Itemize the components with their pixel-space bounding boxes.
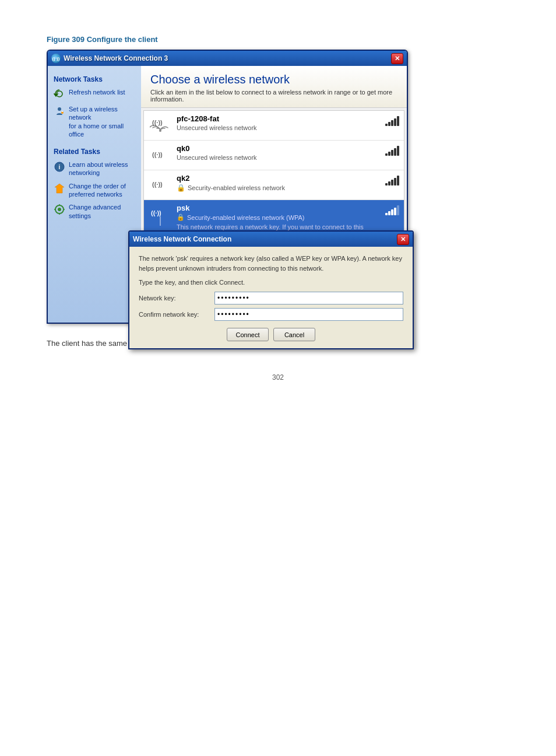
lock-icon-qk2: 🔒	[177, 184, 185, 192]
wireless-icon-pfc: ((·))	[149, 114, 172, 136]
network-name-qk2: qk2	[177, 174, 381, 183]
refresh-icon	[54, 89, 65, 100]
main-titlebar: ((·)) Wireless Network Connection 3 ✕	[48, 51, 407, 66]
inner-dialog-container: Wireless Network Connection ✕ The networ…	[128, 230, 414, 349]
inner-buttons: Connect Cancel	[139, 328, 403, 341]
svg-text:i: i	[59, 164, 61, 170]
order-icon	[54, 183, 65, 194]
inner-titlebar: Wireless Network Connection ✕	[129, 232, 413, 247]
network-security-pfc: Unsecured wireless network	[177, 124, 381, 131]
inner-close-button[interactable]: ✕	[397, 234, 409, 245]
window-icon: ((·))	[51, 54, 61, 63]
wireless-icon-qk2: ((·))	[149, 174, 172, 196]
network-key-input[interactable]	[214, 292, 403, 304]
figure-caption: Figure 309 Configure the client	[47, 35, 509, 44]
network-name-qk0: qk0	[177, 144, 381, 153]
network-name-pfc: pfc-1208-fat	[177, 114, 381, 123]
window-title: Wireless Network Connection 3	[64, 54, 168, 62]
lock-icon-psk: 🔒	[177, 214, 185, 221]
titlebar-buttons: ✕	[391, 53, 403, 64]
sidebar-item-refresh[interactable]: Refresh network list	[48, 86, 141, 103]
sidebar-item-learn[interactable]: i Learn about wirelessnetworking	[48, 158, 141, 180]
sidebar-item-setup[interactable]: Set up a wireless networkfor a home or s…	[48, 103, 141, 141]
sidebar-item-advanced[interactable]: Change advancedsettings	[48, 201, 141, 222]
signal-qk0	[385, 144, 399, 156]
info-icon: i	[54, 161, 65, 173]
svg-text:((·)): ((·))	[152, 151, 163, 158]
inner-dialog-body: The network 'psk' requires a network key…	[129, 247, 413, 348]
network-key-label: Network key:	[139, 295, 214, 302]
svg-marker-5	[55, 184, 64, 193]
network-item-qk2[interactable]: ((·)) qk2 🔒 Security-enabled wireless ne…	[144, 170, 404, 200]
network-security-psk: 🔒 Security-enabled wireless network (WPA…	[177, 214, 381, 221]
confirm-key-input[interactable]	[214, 308, 403, 321]
network-item-qk0[interactable]: ((·)) qk0 Unsecured wireless network	[144, 141, 404, 170]
network-tasks-title: Network Tasks	[48, 72, 141, 86]
learn-label: Learn about wirelessnetworking	[69, 160, 128, 177]
wireless-icon-qk0: ((·))	[149, 144, 172, 166]
setup-icon	[54, 106, 65, 117]
confirm-key-row: Confirm network key:	[139, 308, 403, 321]
related-tasks-title: Related Tasks	[48, 144, 141, 158]
inner-message: The network 'psk' requires a network key…	[139, 254, 403, 273]
network-key-row: Network key:	[139, 292, 403, 304]
advanced-label: Change advancedsettings	[69, 203, 121, 220]
signal-qk2	[385, 174, 399, 186]
signal-pfc	[385, 114, 399, 126]
svg-text:((·)): ((·))	[152, 181, 163, 188]
network-info-qk2: qk2 🔒 Security-enabled wireless network	[177, 174, 381, 196]
sidebar-item-order[interactable]: Change the order ofpreferred networks	[48, 180, 141, 201]
setup-label: Set up a wireless networkfor a home or s…	[69, 105, 135, 138]
order-label: Change the order ofpreferred networks	[69, 182, 126, 199]
network-item-pfc1208fat[interactable]: ((·)) pfc-1208-fat Unsecured wireless ne…	[144, 111, 404, 141]
svg-text:((·)): ((·))	[152, 119, 163, 126]
refresh-label: Refresh network list	[69, 88, 125, 96]
svg-point-1	[58, 107, 61, 111]
svg-point-7	[58, 208, 61, 211]
inner-connect-button[interactable]: Connect	[227, 328, 269, 341]
network-name-psk: psk	[177, 204, 381, 212]
content-subtitle: Click an item in the list below to conne…	[150, 89, 397, 103]
inner-dialog-title: Wireless Network Connection	[133, 235, 231, 243]
inner-instruction: Type the key, and then click Connect.	[139, 279, 403, 286]
inner-dialog: Wireless Network Connection ✕ The networ…	[128, 230, 414, 349]
network-info-qk0: qk0 Unsecured wireless network	[177, 144, 381, 166]
sidebar: Network Tasks Refresh network list	[48, 66, 141, 323]
close-button[interactable]: ✕	[391, 53, 403, 64]
svg-text:((·)): ((·))	[151, 209, 161, 216]
confirm-key-label: Confirm network key:	[139, 311, 214, 318]
page-number: 302	[47, 373, 509, 382]
signal-psk	[385, 204, 399, 215]
network-security-qk0: Unsecured wireless network	[177, 154, 381, 161]
advanced-icon	[54, 204, 65, 215]
network-security-qk2: 🔒 Security-enabled wireless network	[177, 184, 381, 192]
content-title: Choose a wireless network	[150, 73, 397, 86]
network-info-pfc: pfc-1208-fat Unsecured wireless network	[177, 114, 381, 136]
inner-cancel-button[interactable]: Cancel	[273, 328, 315, 341]
content-header: Choose a wireless network Click an item …	[141, 66, 407, 108]
